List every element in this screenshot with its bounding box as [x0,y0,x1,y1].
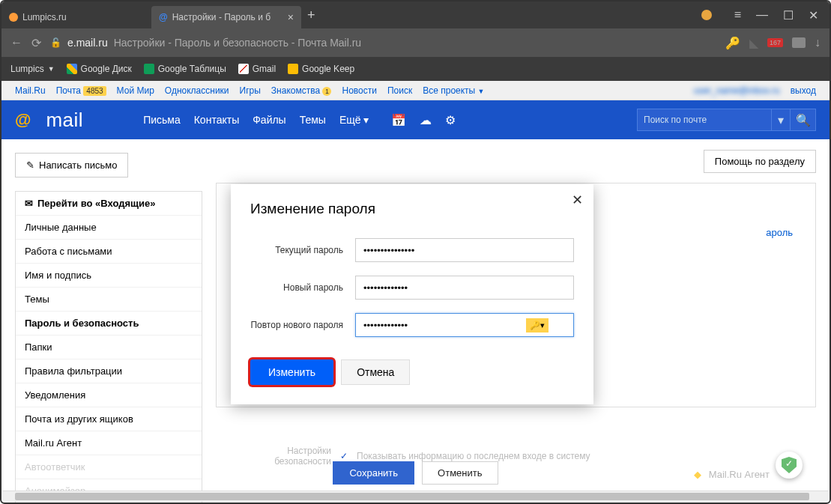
browser-tab-0[interactable]: Lumpics.ru [1,6,151,28]
bookmark-gkeep[interactable]: Google Keep [288,64,354,74]
change-password-modal: ✕ Изменение пароля Текущий пароль Новый … [231,184,593,404]
user-email[interactable]: user_name@inbox.ru [694,85,780,96]
bg-checkbox[interactable]: ✓ [340,451,348,461]
compose-icon: ✎ [26,160,34,171]
shield-icon [782,457,797,473]
search-button[interactable]: 🔍 [791,109,816,131]
portal-link-mailru[interactable]: Mail.Ru [15,85,46,96]
modal-title: Изменение пароля [250,201,574,217]
row-new-password: Новый пароль [250,276,574,300]
bg-cancel-button[interactable]: Отменить [422,461,498,485]
extension-badge[interactable]: 167 [767,38,783,47]
portal-link-news[interactable]: Новости [342,85,376,96]
sidenav-security[interactable]: Пароль и безопасность [16,312,202,336]
reload-button[interactable]: ⟳ [31,36,41,50]
mail-header: @ mail Письма Контакты Файлы Темы Ещё ▾ … [1,100,830,139]
downloads-icon[interactable]: ↓ [815,36,821,49]
search-icon: 🔍 [796,113,811,127]
submit-button[interactable]: Изменить [250,359,333,385]
bg-checkbox-text: Показывать информацию о последнем входе … [357,451,590,461]
window-controls: ≡ — ☐ ✕ [701,8,830,22]
inbox-icon: ✉ [25,198,33,209]
agent-icon: ◆ [694,469,701,480]
portal-link-all[interactable]: Все проекты ▼ [423,85,484,96]
url-domain: e.mail.ru [67,37,108,49]
nav-letters[interactable]: Письма [143,114,181,126]
password-manager-icon[interactable]: 🔑▾ [526,318,549,333]
portal-link-dating[interactable]: Знакомства 1 [271,85,332,96]
adguard-button[interactable] [776,452,803,479]
browser-titlebar: Lumpics.ru @ Настройки - Пароль и б × + … [1,1,830,28]
sidenav-agent[interactable]: Mail.ru Агент [16,431,202,455]
back-button[interactable]: ← [10,36,22,49]
gmail-icon [238,64,249,74]
bookmark-gdrive[interactable]: Google Диск [67,64,132,74]
close-window-icon[interactable]: ✕ [809,8,818,22]
modal-buttons: Изменить Отмена [250,359,574,385]
bookmark-icon[interactable]: ◣ [749,36,758,50]
portal-navbar: Mail.Ru Почта 4853 Мой Мир Одноклассники… [1,81,830,100]
bookmark-gmail[interactable]: Gmail [238,64,276,74]
input-new-password[interactable] [355,276,574,300]
nav-contacts[interactable]: Контакты [194,114,239,126]
label-current: Текущий пароль [250,245,355,255]
mail-search: ▾ 🔍 [637,109,816,131]
url-path: Настройки - Пароль и безопасность - Почт… [114,37,361,49]
bookmark-gsheets[interactable]: Google Таблицы [144,64,226,74]
sidenav-inbox[interactable]: ✉Перейти во «Входящие» [16,192,202,216]
nav-themes[interactable]: Темы [300,114,326,126]
help-button[interactable]: Помощь по разделу [704,150,816,173]
portal-link-ok[interactable]: Одноклассники [165,85,229,96]
dating-count-badge: 1 [322,87,331,96]
compose-button[interactable]: ✎ Написать письмо [15,153,128,177]
sidenav-signature[interactable]: Имя и подпись [16,264,202,288]
logo-text[interactable]: mail [46,109,83,132]
sidenav-personal[interactable]: Личные данные [16,216,202,240]
portal-link-search[interactable]: Поиск [387,85,412,96]
sidenav-work[interactable]: Работа с письмами [16,240,202,264]
bookmark-lumpics[interactable]: Lumpics ▼ [10,64,55,74]
cancel-button[interactable]: Отмена [341,359,410,385]
bg-password-link-fragment: ароль [766,227,793,238]
bookmarks-bar: Lumpics ▼ Google Диск Google Таблицы Gma… [1,57,830,81]
browser-tab-1[interactable]: @ Настройки - Пароль и б × [151,6,301,28]
cloud-icon[interactable]: ☁ [420,113,432,127]
horizontal-scrollbar[interactable] [3,491,828,501]
modal-close-button[interactable]: ✕ [572,192,583,208]
gear-icon[interactable]: ⚙ [445,113,456,127]
logo-at-icon: @ [15,110,31,130]
search-input[interactable] [637,109,772,131]
sidenav-filters[interactable]: Правила фильтрации [16,359,202,383]
nav-more[interactable]: Ещё ▾ [339,114,369,126]
compose-label: Написать письмо [39,160,117,171]
favicon-mailru: @ [159,12,168,22]
portal-link-games[interactable]: Игры [240,85,261,96]
maximize-icon[interactable]: ☐ [783,8,794,22]
lock-icon: 🔓 [50,37,61,48]
sidenav-themes[interactable]: Темы [16,288,202,312]
sidenav-folders[interactable]: Папки [16,336,202,359]
input-current-password[interactable] [355,238,574,262]
url-box[interactable]: 🔓 e.mail.ru Настройки - Пароль и безопас… [50,37,716,49]
minimize-icon[interactable]: — [756,8,768,22]
search-dropdown-icon[interactable]: ▾ [772,109,791,131]
mail-nav: Письма Контакты Файлы Темы Ещё ▾ [143,114,369,126]
portal-link-mail[interactable]: Почта 4853 [56,85,106,96]
portal-link-mymir[interactable]: Мой Мир [117,85,154,96]
sidenav-extmail[interactable]: Почта из других ящиков [16,407,202,431]
mail-count-badge: 4853 [83,86,106,96]
row-repeat-password: Повтор нового пароля 🔑▾ [250,313,574,337]
tab-close-icon[interactable]: × [288,11,294,23]
extension-icon[interactable] [701,10,712,20]
new-tab-button[interactable]: + [307,7,315,23]
nav-files[interactable]: Файлы [253,114,285,126]
key-indicator-icon[interactable]: 🔑 [725,36,740,50]
menu-icon[interactable]: ≡ [734,8,741,22]
calendar-icon[interactable]: 📅 [391,113,406,127]
bg-save-button[interactable]: Сохранить [333,461,414,485]
sidenav-notifications[interactable]: Уведомления [16,383,202,407]
gkeep-icon [288,64,298,74]
extension-lastfm-icon[interactable] [792,37,806,48]
logout-link[interactable]: выход [791,85,816,96]
scrollbar-thumb[interactable] [15,493,809,500]
